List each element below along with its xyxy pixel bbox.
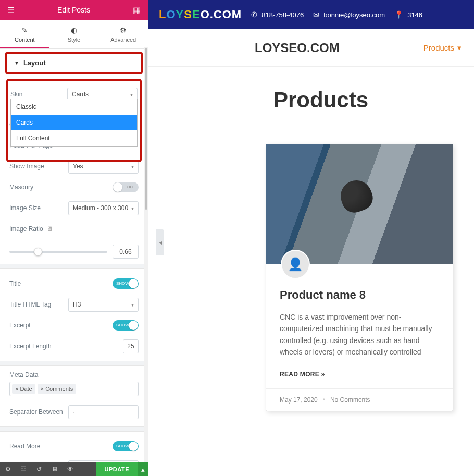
- address-text: 3146: [407, 11, 422, 19]
- label-excerpt: Excerpt: [9, 322, 31, 329]
- controls: Skin Cards ▾ Classic Cards Full Content …: [0, 74, 148, 476]
- label-read-more: Read More: [9, 443, 40, 450]
- label-title: Title: [9, 280, 21, 287]
- slider-thumb[interactable]: [34, 248, 42, 256]
- excerpt-toggle[interactable]: SHOW: [113, 320, 139, 331]
- separator-dot: •: [323, 396, 325, 404]
- label-title-html-tag: Title HTML Tag: [9, 301, 51, 308]
- chevron-down-icon: ▾: [457, 43, 461, 53]
- meta-tag-comments[interactable]: ×Comments: [38, 384, 77, 394]
- image-ratio-slider[interactable]: [9, 251, 107, 253]
- update-button[interactable]: UPDATE: [96, 462, 138, 476]
- label-skin: Skin: [10, 91, 22, 98]
- desktop-icon[interactable]: 🖥: [46, 225, 53, 233]
- skin-option-cards[interactable]: Cards: [11, 115, 137, 130]
- menu-label: Products: [423, 43, 454, 52]
- toggle-label: OFF: [127, 185, 135, 189]
- preview-area: LOYSEO.COM ✆ 818-758-4076 ✉ bonnie@loyse…: [148, 0, 474, 476]
- label-image-size: Image Size: [9, 204, 41, 212]
- close-icon[interactable]: ×: [15, 386, 18, 392]
- contact-address[interactable]: 📍 3146: [394, 10, 422, 19]
- excerpt-length-input[interactable]: 25: [123, 339, 139, 353]
- meta-data-input[interactable]: ×Date ×Comments: [9, 382, 139, 396]
- toggle-label: SHOW: [116, 323, 129, 327]
- watermark-logo: LOYSEO.COM: [159, 8, 242, 21]
- email-icon: ✉: [313, 10, 319, 19]
- divider: [0, 361, 148, 366]
- skin-option-full-content[interactable]: Full Content: [11, 130, 137, 146]
- toggle-knob: [113, 182, 122, 192]
- title-toggle[interactable]: SHOW: [113, 278, 139, 289]
- image-ratio-input[interactable]: 0.66: [113, 245, 139, 259]
- panel-title: Edit Posts: [57, 6, 90, 14]
- site-nav: LOYSEO.COM Products ▾: [148, 29, 474, 67]
- toggle-label: SHOW: [116, 444, 129, 448]
- history-icon[interactable]: ↺: [31, 466, 47, 473]
- meta-tag-date[interactable]: ×Date: [12, 384, 35, 394]
- read-more-toggle[interactable]: SHOW: [113, 441, 139, 451]
- divider: [0, 426, 148, 432]
- scrollbar-thumb[interactable]: [145, 48, 147, 210]
- select-value: Cards: [72, 91, 89, 98]
- label-meta-data: Meta Data: [9, 371, 139, 379]
- page-title: Products: [273, 88, 453, 113]
- tab-style[interactable]: ◐ Style: [49, 20, 99, 48]
- chevron-down-icon: ▾: [131, 205, 134, 211]
- read-more-link[interactable]: READ MORE »: [280, 371, 439, 378]
- tab-advanced[interactable]: ⚙ Advanced: [98, 20, 148, 48]
- masonry-toggle[interactable]: OFF: [113, 182, 139, 192]
- panel-footer: ⚙ ☲ ↺ 🖥 👁 UPDATE ▴: [0, 462, 148, 476]
- card-comments[interactable]: No Comments: [330, 396, 370, 404]
- skin-dropdown-highlight: Skin Cards ▾ Classic Cards Full Content: [6, 79, 142, 162]
- post-card[interactable]: 👤 Product name 8 CNC is a vast improveme…: [266, 144, 453, 411]
- title-html-tag-select[interactable]: H3 ▾: [68, 298, 139, 312]
- menu-icon[interactable]: ☰: [7, 5, 15, 15]
- separator-input[interactable]: ·: [68, 405, 139, 419]
- card-image: 👤: [266, 144, 453, 264]
- contact-email[interactable]: ✉ bonnie@loyseo.com: [313, 10, 385, 19]
- contrast-icon: ◐: [49, 26, 99, 34]
- apps-icon[interactable]: ▦: [133, 5, 141, 15]
- phone-icon: ✆: [251, 10, 257, 19]
- select-value: H3: [73, 301, 81, 308]
- panel-tabs: ✎ Content ◐ Style ⚙ Advanced: [0, 20, 148, 49]
- update-options[interactable]: ▴: [138, 462, 148, 476]
- card-excerpt: CNC is a vast improvement over non-compu…: [280, 311, 439, 358]
- phone-text: 818-758-4076: [261, 11, 304, 19]
- tab-content[interactable]: ✎ Content: [0, 20, 49, 48]
- image-size-select[interactable]: Medium - 300 x 300 ▾: [68, 201, 139, 215]
- navigator-icon[interactable]: ☲: [16, 466, 31, 473]
- preview-icon[interactable]: 👁: [63, 466, 78, 473]
- gear-icon: ⚙: [98, 26, 148, 34]
- panel-scrollbar[interactable]: [144, 47, 148, 462]
- panel-header: ☰ Edit Posts ▦: [0, 0, 148, 20]
- author-avatar[interactable]: 👤: [281, 250, 310, 279]
- tab-label: Content: [15, 36, 35, 43]
- location-icon: 📍: [394, 10, 403, 19]
- card-title[interactable]: Product name 8: [280, 288, 439, 302]
- toggle-knob: [129, 442, 138, 451]
- divider: [0, 264, 148, 269]
- section-layout-toggle[interactable]: ▼ Layout: [5, 52, 143, 74]
- contact-phone[interactable]: ✆ 818-758-4076: [251, 10, 304, 19]
- skin-option-classic[interactable]: Classic: [11, 99, 137, 115]
- tab-label: Style: [68, 36, 80, 43]
- close-icon[interactable]: ×: [41, 386, 44, 392]
- section-title: Layout: [23, 59, 46, 67]
- collapse-panel-handle[interactable]: ◂: [156, 229, 164, 255]
- settings-icon[interactable]: ⚙: [0, 466, 16, 473]
- editor-panel: ☰ Edit Posts ▦ ✎ Content ◐ Style ⚙ Advan…: [0, 0, 148, 476]
- card-date: May 17, 2020: [280, 396, 318, 404]
- menu-item-products[interactable]: Products ▾: [423, 43, 461, 53]
- label-image-ratio: Image Ratio 🖥: [9, 225, 53, 233]
- email-text: bonnie@loyseo.com: [323, 11, 385, 19]
- site-logo[interactable]: LOYSEO.COM: [255, 41, 340, 55]
- site-top-bar: LOYSEO.COM ✆ 818-758-4076 ✉ bonnie@loyse…: [148, 0, 474, 29]
- toggle-label: SHOW: [116, 281, 129, 286]
- chevron-down-icon: ▾: [131, 302, 134, 308]
- responsive-icon[interactable]: 🖥: [47, 466, 63, 473]
- toggle-knob: [129, 321, 138, 330]
- card-footer: May 17, 2020 • No Comments: [266, 388, 453, 411]
- tab-label: Advanced: [110, 36, 136, 43]
- chevron-down-icon: ▾: [131, 164, 134, 169]
